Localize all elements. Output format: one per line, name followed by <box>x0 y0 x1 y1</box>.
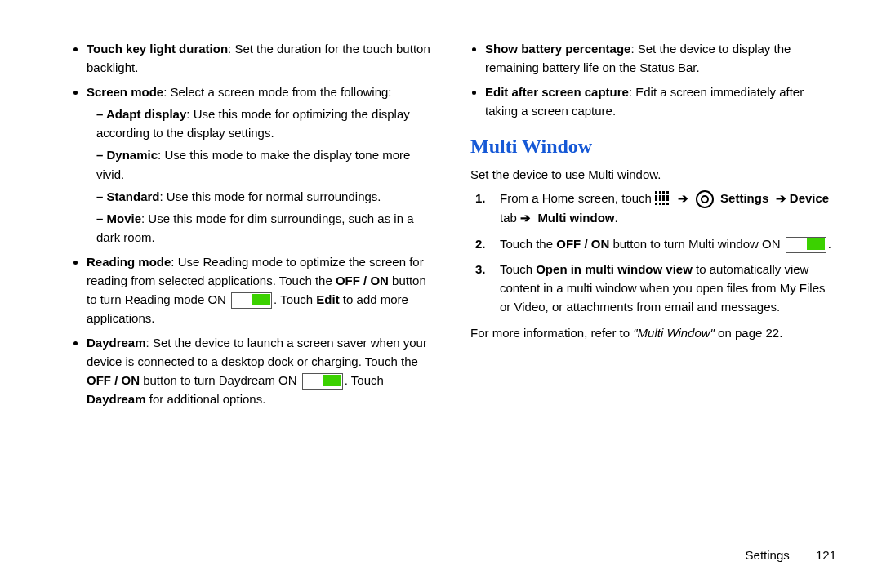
sub-dynamic: Dynamic: Use this mode to make the displ… <box>96 145 438 184</box>
left-column: Touch key light duration: Set the durati… <box>72 39 438 414</box>
gear-icon <box>696 190 714 208</box>
more-info: For more information, refer to "Multi Wi… <box>470 323 836 342</box>
toggle-on-icon <box>786 237 826 253</box>
lead: Touch key light duration <box>87 42 228 56</box>
step-number: 3. <box>470 260 500 317</box>
bullet-edit-after-capture: Edit after screen capture: Edit a screen… <box>485 82 836 121</box>
step-2: 2. Touch the OFF / ON button to turn Mul… <box>470 234 836 253</box>
step-number: 1. <box>470 189 500 227</box>
bullet-battery-percentage: Show battery percentage: Set the device … <box>485 39 836 78</box>
bullet-screen-mode: Screen mode: Select a screen mode from t… <box>87 82 438 247</box>
toggle-on-icon <box>302 373 343 390</box>
apps-grid-icon <box>655 191 671 207</box>
right-column: Show battery percentage: Set the device … <box>470 39 836 414</box>
bullet-reading-mode: Reading mode: Use Reading mode to optimi… <box>87 252 438 328</box>
sub-standard: Standard: Use this mode for normal surro… <box>96 187 438 206</box>
body: : Select a screen mode from the followin… <box>163 85 391 99</box>
toggle-on-icon <box>231 292 272 309</box>
step-1: 1. From a Home screen, touch ➔ Settings … <box>470 189 836 227</box>
lead: Screen mode <box>87 85 163 99</box>
sub-movie: Movie: Use this mode for dim surrounding… <box>96 209 438 247</box>
footer-section: Settings <box>746 548 790 562</box>
sub-adapt: Adapt display: Use this mode for optimiz… <box>96 105 438 143</box>
footer-page-number: 121 <box>816 548 836 562</box>
page-footer: Settings 121 <box>746 548 836 562</box>
heading-multi-window: Multi Window <box>470 131 836 162</box>
step-number: 2. <box>470 234 500 253</box>
intro-text: Set the device to use Multi window. <box>470 165 836 184</box>
bullet-daydream: Daydream: Set the device to launch a scr… <box>87 333 438 409</box>
step-3: 3. Touch Open in multi window view to au… <box>470 260 836 317</box>
bullet-touch-key-light: Touch key light duration: Set the durati… <box>87 39 438 78</box>
